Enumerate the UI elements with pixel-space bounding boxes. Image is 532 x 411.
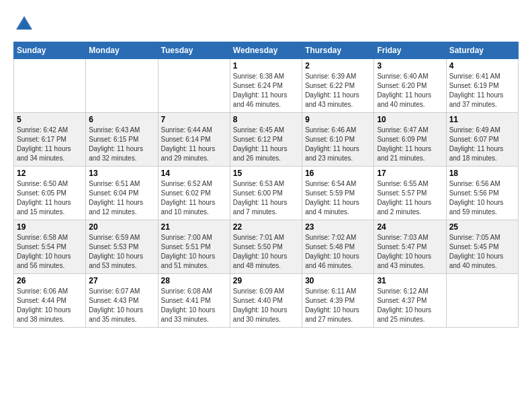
calendar-cell: 11Sunrise: 6:49 AMSunset: 6:07 PMDayligh… bbox=[446, 113, 518, 167]
weekday-header-row: SundayMondayTuesdayWednesdayThursdayFrid… bbox=[14, 42, 519, 59]
day-info: Sunrise: 6:55 AMSunset: 5:57 PMDaylight:… bbox=[377, 179, 443, 217]
calendar-cell: 31Sunrise: 6:12 AMSunset: 4:37 PMDayligh… bbox=[374, 274, 446, 328]
calendar-cell: 7Sunrise: 6:44 AMSunset: 6:14 PMDaylight… bbox=[158, 113, 230, 167]
day-info: Sunrise: 6:52 AMSunset: 6:02 PMDaylight:… bbox=[161, 179, 227, 217]
day-number: 16 bbox=[305, 169, 371, 178]
day-number: 25 bbox=[449, 222, 515, 232]
day-info: Sunrise: 7:01 AMSunset: 5:50 PMDaylight:… bbox=[233, 233, 299, 271]
calendar-cell: 8Sunrise: 6:45 AMSunset: 6:12 PMDaylight… bbox=[230, 113, 302, 167]
day-info: Sunrise: 6:43 AMSunset: 6:15 PMDaylight:… bbox=[89, 126, 154, 163]
day-info: Sunrise: 6:59 AMSunset: 5:53 PMDaylight:… bbox=[89, 233, 154, 271]
day-info: Sunrise: 7:00 AMSunset: 5:51 PMDaylight:… bbox=[161, 233, 227, 271]
day-number: 29 bbox=[233, 276, 299, 285]
calendar-cell: 17Sunrise: 6:55 AMSunset: 5:57 PMDayligh… bbox=[374, 167, 446, 220]
day-number: 11 bbox=[449, 115, 515, 124]
day-info: Sunrise: 6:42 AMSunset: 6:17 PMDaylight:… bbox=[17, 126, 83, 163]
weekday-header-saturday: Saturday bbox=[446, 42, 518, 59]
day-number: 6 bbox=[89, 115, 154, 124]
day-info: Sunrise: 6:09 AMSunset: 4:40 PMDaylight:… bbox=[233, 287, 299, 324]
day-number: 13 bbox=[89, 169, 154, 178]
day-number: 30 bbox=[305, 276, 371, 285]
day-number: 2 bbox=[305, 61, 371, 71]
calendar-week-row: 12Sunrise: 6:50 AMSunset: 6:05 PMDayligh… bbox=[14, 167, 519, 220]
calendar-cell: 18Sunrise: 6:56 AMSunset: 5:56 PMDayligh… bbox=[446, 167, 518, 220]
weekday-header-wednesday: Wednesday bbox=[230, 42, 302, 59]
day-number: 12 bbox=[17, 169, 83, 178]
calendar-cell: 28Sunrise: 6:08 AMSunset: 4:41 PMDayligh… bbox=[158, 274, 230, 328]
day-info: Sunrise: 6:53 AMSunset: 6:00 PMDaylight:… bbox=[233, 179, 299, 217]
day-number: 14 bbox=[161, 169, 227, 178]
calendar-cell: 24Sunrise: 7:03 AMSunset: 5:47 PMDayligh… bbox=[374, 220, 446, 274]
calendar-cell bbox=[86, 59, 158, 113]
calendar-cell: 1Sunrise: 6:38 AMSunset: 6:24 PMDaylight… bbox=[230, 59, 302, 113]
day-info: Sunrise: 6:41 AMSunset: 6:19 PMDaylight:… bbox=[449, 72, 515, 109]
day-info: Sunrise: 6:47 AMSunset: 6:09 PMDaylight:… bbox=[377, 126, 443, 163]
calendar-cell bbox=[446, 274, 518, 328]
day-number: 20 bbox=[89, 222, 154, 232]
day-info: Sunrise: 7:02 AMSunset: 5:48 PMDaylight:… bbox=[305, 233, 371, 271]
day-number: 4 bbox=[449, 61, 515, 71]
day-number: 28 bbox=[161, 276, 227, 285]
day-number: 19 bbox=[17, 222, 83, 232]
day-number: 1 bbox=[233, 61, 299, 71]
day-info: Sunrise: 6:38 AMSunset: 6:24 PMDaylight:… bbox=[233, 72, 299, 109]
calendar-cell: 9Sunrise: 6:46 AMSunset: 6:10 PMDaylight… bbox=[302, 113, 374, 167]
calendar-cell: 16Sunrise: 6:54 AMSunset: 5:59 PMDayligh… bbox=[302, 167, 374, 220]
day-info: Sunrise: 6:07 AMSunset: 4:43 PMDaylight:… bbox=[89, 287, 154, 324]
day-info: Sunrise: 6:54 AMSunset: 5:59 PMDaylight:… bbox=[305, 179, 371, 217]
day-info: Sunrise: 6:40 AMSunset: 6:20 PMDaylight:… bbox=[377, 72, 443, 109]
day-number: 27 bbox=[89, 276, 154, 285]
calendar-cell: 26Sunrise: 6:06 AMSunset: 4:44 PMDayligh… bbox=[14, 274, 86, 328]
day-number: 15 bbox=[233, 169, 299, 178]
day-info: Sunrise: 6:45 AMSunset: 6:12 PMDaylight:… bbox=[233, 126, 299, 163]
calendar-cell: 3Sunrise: 6:40 AMSunset: 6:20 PMDaylight… bbox=[374, 59, 446, 113]
calendar-cell: 22Sunrise: 7:01 AMSunset: 5:50 PMDayligh… bbox=[230, 220, 302, 274]
weekday-header-friday: Friday bbox=[374, 42, 446, 59]
calendar-page: SundayMondayTuesdayWednesdayThursdayFrid… bbox=[0, 0, 532, 334]
calendar-cell: 21Sunrise: 7:00 AMSunset: 5:51 PMDayligh… bbox=[158, 220, 230, 274]
header bbox=[13, 13, 519, 35]
calendar-cell: 13Sunrise: 6:51 AMSunset: 6:04 PMDayligh… bbox=[86, 167, 158, 220]
calendar-cell: 12Sunrise: 6:50 AMSunset: 6:05 PMDayligh… bbox=[14, 167, 86, 220]
calendar-cell: 2Sunrise: 6:39 AMSunset: 6:22 PMDaylight… bbox=[302, 59, 374, 113]
day-info: Sunrise: 6:58 AMSunset: 5:54 PMDaylight:… bbox=[17, 233, 83, 271]
day-info: Sunrise: 7:03 AMSunset: 5:47 PMDaylight:… bbox=[377, 233, 443, 271]
calendar-cell: 25Sunrise: 7:05 AMSunset: 5:45 PMDayligh… bbox=[446, 220, 518, 274]
day-number: 26 bbox=[17, 276, 83, 285]
calendar-cell: 4Sunrise: 6:41 AMSunset: 6:19 PMDaylight… bbox=[446, 59, 518, 113]
weekday-header-tuesday: Tuesday bbox=[158, 42, 230, 59]
calendar-cell: 20Sunrise: 6:59 AMSunset: 5:53 PMDayligh… bbox=[86, 220, 158, 274]
day-info: Sunrise: 6:12 AMSunset: 4:37 PMDaylight:… bbox=[377, 287, 443, 324]
day-number: 8 bbox=[233, 115, 299, 124]
calendar-table: SundayMondayTuesdayWednesdayThursdayFrid… bbox=[13, 42, 519, 328]
calendar-cell: 19Sunrise: 6:58 AMSunset: 5:54 PMDayligh… bbox=[14, 220, 86, 274]
calendar-cell: 15Sunrise: 6:53 AMSunset: 6:00 PMDayligh… bbox=[230, 167, 302, 220]
calendar-week-row: 26Sunrise: 6:06 AMSunset: 4:44 PMDayligh… bbox=[14, 274, 519, 328]
weekday-header-monday: Monday bbox=[86, 42, 158, 59]
day-number: 22 bbox=[233, 222, 299, 232]
day-number: 18 bbox=[449, 169, 515, 178]
day-number: 21 bbox=[161, 222, 227, 232]
weekday-header-sunday: Sunday bbox=[14, 42, 86, 59]
day-info: Sunrise: 6:50 AMSunset: 6:05 PMDaylight:… bbox=[17, 179, 83, 217]
day-number: 9 bbox=[305, 115, 371, 124]
day-number: 31 bbox=[377, 276, 443, 285]
calendar-week-row: 19Sunrise: 6:58 AMSunset: 5:54 PMDayligh… bbox=[14, 220, 519, 274]
day-number: 3 bbox=[377, 61, 443, 71]
day-info: Sunrise: 6:51 AMSunset: 6:04 PMDaylight:… bbox=[89, 179, 154, 217]
logo bbox=[13, 13, 38, 35]
day-info: Sunrise: 6:46 AMSunset: 6:10 PMDaylight:… bbox=[305, 126, 371, 163]
day-info: Sunrise: 6:11 AMSunset: 4:39 PMDaylight:… bbox=[305, 287, 371, 324]
day-info: Sunrise: 7:05 AMSunset: 5:45 PMDaylight:… bbox=[449, 233, 515, 271]
calendar-cell: 23Sunrise: 7:02 AMSunset: 5:48 PMDayligh… bbox=[302, 220, 374, 274]
calendar-cell: 14Sunrise: 6:52 AMSunset: 6:02 PMDayligh… bbox=[158, 167, 230, 220]
logo-icon bbox=[13, 13, 35, 35]
calendar-cell: 6Sunrise: 6:43 AMSunset: 6:15 PMDaylight… bbox=[86, 113, 158, 167]
day-info: Sunrise: 6:39 AMSunset: 6:22 PMDaylight:… bbox=[305, 72, 371, 109]
calendar-cell: 29Sunrise: 6:09 AMSunset: 4:40 PMDayligh… bbox=[230, 274, 302, 328]
day-info: Sunrise: 6:44 AMSunset: 6:14 PMDaylight:… bbox=[161, 126, 227, 163]
day-number: 10 bbox=[377, 115, 443, 124]
day-number: 7 bbox=[161, 115, 227, 124]
calendar-cell: 27Sunrise: 6:07 AMSunset: 4:43 PMDayligh… bbox=[86, 274, 158, 328]
calendar-cell: 30Sunrise: 6:11 AMSunset: 4:39 PMDayligh… bbox=[302, 274, 374, 328]
